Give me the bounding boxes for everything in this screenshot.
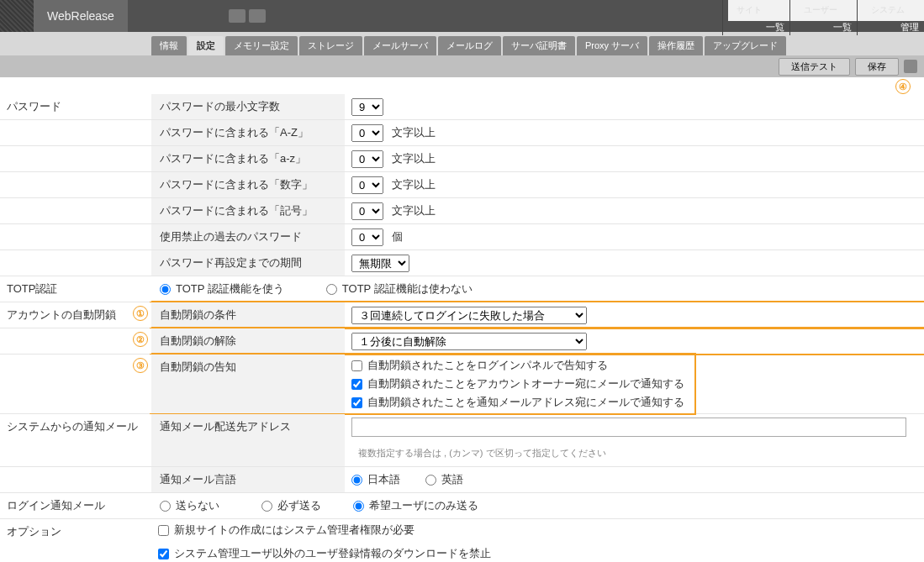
topmenu-site-link[interactable]: 一覧 <box>728 21 784 34</box>
label-sysmail-addr: 通知メール配送先アドレス <box>151 414 345 466</box>
section-lockout: アカウントの自動閉鎖 ① <box>0 302 151 328</box>
section-options: オプション <box>0 519 151 562</box>
tab-4[interactable]: メールサーバ <box>364 36 436 55</box>
check-opt1[interactable]: 新規サイトの作成にはシステム管理者権限が必要 <box>158 523 414 538</box>
radio-login-pref[interactable]: 希望ユーザにのみ送る <box>353 498 478 513</box>
save-button[interactable]: 保存 <box>855 58 899 76</box>
tab-5[interactable]: メールログ <box>438 36 501 55</box>
tab-1[interactable]: 設定 <box>188 36 224 55</box>
tab-3[interactable]: ストレージ <box>299 36 362 55</box>
marker-1: ① <box>133 306 148 321</box>
top-right: サイト 一覧 ユーザー 一覧 システム 管理 <box>722 0 924 35</box>
select-digit[interactable]: 0 <box>351 176 383 194</box>
top-icons <box>229 9 266 23</box>
tab-0[interactable]: 情報 <box>151 36 187 55</box>
select-lock-unlock[interactable]: １分後に自動解除 <box>351 333 587 350</box>
totp-nouse[interactable]: TOTP 認証機能は使わない <box>326 281 473 297</box>
totp-use[interactable]: TOTP 認証機能を使う <box>160 281 284 297</box>
label-lock-unlock: 自動閉鎖の解除 <box>151 328 345 354</box>
topmenu-system-label: システム <box>863 0 924 21</box>
check-notify-panel[interactable]: 自動閉鎖されたことをログインパネルで告知する <box>351 358 684 373</box>
check-notify-addr[interactable]: 自動閉鎖されたことを通知メールアドレス宛にメールで通知する <box>351 395 684 410</box>
toolbar: 送信テスト 保存 <box>0 55 924 77</box>
label-min-len: パスワードの最小文字数 <box>151 94 345 119</box>
suffix-chars: 文字以上 <box>392 125 436 140</box>
marker-3: ③ <box>133 358 148 373</box>
content: パスワード パスワードの最小文字数 9 パスワードに含まれる「A-Z」 0文字以… <box>0 94 924 562</box>
help-icon[interactable] <box>249 9 266 23</box>
topmenu-system-link[interactable]: 管理 <box>863 21 919 34</box>
select-history[interactable]: 0 <box>351 228 383 246</box>
label-lock-cond: 自動閉鎖の条件 <box>151 302 345 328</box>
label-sysmail-lang: 通知メール言語 <box>151 467 345 492</box>
select-min-len[interactable]: 9 <box>351 98 383 116</box>
select-lock-cond[interactable]: ３回連続してログインに失敗した場合 <box>351 307 587 324</box>
tab-row: 情報設定メモリー設定ストレージメールサーバメールログサーバ証明書Proxy サー… <box>0 32 924 55</box>
topmenu-user[interactable]: ユーザー 一覧 <box>789 0 857 35</box>
section-totp: TOTP認証 <box>0 276 151 302</box>
marker-2: ② <box>133 332 148 347</box>
brand: WebRelease <box>34 0 128 32</box>
tab-8[interactable]: 操作履歴 <box>649 36 703 55</box>
send-test-button[interactable]: 送信テスト <box>779 58 850 76</box>
save-icon[interactable] <box>904 60 917 73</box>
tab-7[interactable]: Proxy サーバ <box>577 36 647 55</box>
radio-lang-ja[interactable]: 日本語 <box>351 472 400 487</box>
logo-icon <box>0 0 34 32</box>
topmenu-user-link[interactable]: 一覧 <box>795 21 852 34</box>
nav-back-icon[interactable] <box>229 9 246 23</box>
section-password: パスワード <box>0 94 151 119</box>
input-sysmail-addr[interactable] <box>351 418 906 437</box>
label-history: 使用禁止の過去のパスワード <box>151 224 345 249</box>
radio-login-always[interactable]: 必ず送る <box>261 498 321 513</box>
label-symbol: パスワードに含まれる「記号」 <box>151 198 345 223</box>
section-loginmail: ログイン通知メール <box>0 493 151 518</box>
select-reset[interactable]: 無期限 <box>351 255 409 272</box>
label-reset: パスワード再設定までの期間 <box>151 250 345 276</box>
check-notify-owner[interactable]: 自動閉鎖されたことをアカウントオーナー宛にメールで通知する <box>351 376 684 391</box>
tab-2[interactable]: メモリー設定 <box>225 36 298 55</box>
tab-6[interactable]: サーバ証明書 <box>503 36 575 55</box>
check-opt2[interactable]: システム管理ユーザ以外のユーザ登録情報のダウンロードを禁止 <box>158 546 491 561</box>
topmenu-system[interactable]: システム 管理 <box>857 0 924 35</box>
label-upper: パスワードに含まれる「A-Z」 <box>151 120 345 145</box>
radio-lang-en[interactable]: 英語 <box>425 472 463 487</box>
tab-9[interactable]: アップグレード <box>705 36 786 55</box>
marker-4: ④ <box>895 79 911 94</box>
select-lower[interactable]: 0 <box>351 150 383 168</box>
select-upper[interactable]: 0 <box>351 124 383 142</box>
label-lower: パスワードに含まれる「a-z」 <box>151 146 345 171</box>
radio-login-none[interactable]: 送らない <box>160 498 219 513</box>
hint-sysmail: 複数指定する場合は , (カンマ) で区切って指定してください <box>351 445 613 463</box>
topbar: WebRelease サイト 一覧 ユーザー 一覧 システム 管理 <box>0 0 924 32</box>
label-lock-notify: 自動閉鎖の告知 <box>151 355 345 413</box>
label-digit: パスワードに含まれる「数字」 <box>151 172 345 197</box>
topmenu-site[interactable]: サイト 一覧 <box>722 0 789 35</box>
select-symbol[interactable]: 0 <box>351 202 383 220</box>
section-sysmail: システムからの通知メール <box>0 414 151 466</box>
